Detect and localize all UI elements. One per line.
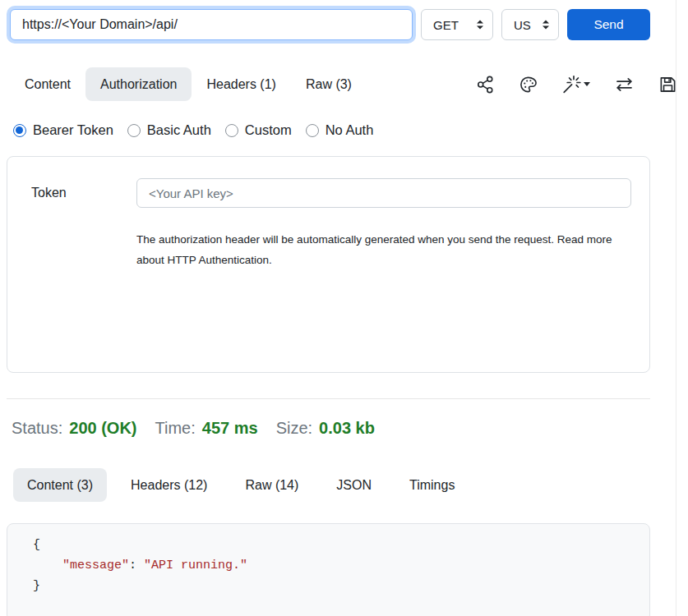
response-status-bar: Status: 200 (OK) Time: 457 ms Size: 0.03… (12, 419, 688, 438)
code-line: } (33, 576, 649, 596)
page-edge-line (676, 0, 676, 616)
theme-button[interactable] (519, 75, 538, 94)
json-value: "API running." (144, 559, 247, 572)
toolbar (476, 75, 677, 94)
response-tab-headers[interactable]: Headers (12) (117, 468, 221, 502)
tab-headers[interactable]: Headers (1) (192, 67, 290, 101)
token-input[interactable] (136, 178, 631, 208)
status-label: Status: (12, 419, 62, 438)
auth-option-label: Custom (245, 122, 292, 138)
auth-type-options: Bearer Token Basic Auth Custom No Auth (13, 122, 688, 138)
auth-option-custom[interactable]: Custom (225, 122, 292, 138)
radio-icon[interactable] (225, 124, 238, 137)
token-label: Token (31, 186, 136, 200)
magic-wand-icon (561, 75, 581, 94)
response-tab-raw[interactable]: Raw (14) (231, 468, 312, 502)
swap-arrows-icon (614, 75, 635, 94)
status-value: 200 (OK) (69, 419, 136, 438)
response-tab-content[interactable]: Content (3) (13, 468, 107, 502)
region-select[interactable]: US (501, 9, 559, 40)
share-nodes-icon (476, 75, 495, 94)
code-line: { (33, 535, 649, 555)
token-row: Token (31, 178, 631, 208)
size-value: 0.03 kb (319, 419, 375, 438)
response-tab-timings[interactable]: Timings (395, 468, 469, 502)
radio-icon[interactable] (306, 124, 319, 137)
auth-option-label: No Auth (326, 122, 374, 138)
radio-selected-icon[interactable] (13, 124, 26, 137)
response-body: { "message": "API running." } (7, 523, 650, 616)
radio-icon[interactable] (127, 124, 141, 137)
tab-authorization[interactable]: Authorization (85, 67, 192, 101)
auth-option-no-auth[interactable]: No Auth (306, 122, 374, 138)
swap-button[interactable] (614, 75, 635, 94)
send-button[interactable]: Send (567, 9, 650, 40)
time-label: Time: (155, 419, 196, 438)
magic-menu-button[interactable] (561, 75, 590, 94)
select-updown-icon (542, 20, 550, 30)
select-updown-icon (476, 20, 484, 30)
chevron-down-icon (584, 82, 590, 86)
save-floppy-icon (658, 75, 677, 94)
palette-icon (519, 75, 538, 94)
tab-raw[interactable]: Raw (3) (291, 67, 367, 101)
auth-help-text: The authorization header will be automat… (136, 229, 617, 270)
time-group: Time: 457 ms (155, 419, 258, 438)
tab-content[interactable]: Content (10, 67, 85, 101)
section-divider (7, 398, 650, 399)
share-button[interactable] (476, 75, 495, 94)
code-line: "message": "API running." (33, 555, 649, 576)
method-select[interactable]: GET (421, 9, 493, 40)
save-button[interactable] (658, 75, 677, 94)
auth-option-label: Basic Auth (147, 122, 211, 138)
auth-option-label: Bearer Token (33, 122, 113, 138)
json-key: "message" (62, 559, 129, 572)
request-bar: GET US Send (10, 8, 650, 41)
method-select-value: GET (433, 18, 459, 32)
auth-option-bearer-token[interactable]: Bearer Token (13, 122, 113, 138)
request-tabs: Content Authorization Headers (1) Raw (3… (10, 67, 677, 101)
region-select-value: US (514, 18, 531, 32)
response-tab-json[interactable]: JSON (322, 468, 386, 502)
status-group: Status: 200 (OK) (12, 419, 137, 438)
size-group: Size: 0.03 kb (276, 419, 375, 438)
url-input[interactable] (10, 9, 413, 40)
response-tabs: Content (3) Headers (12) Raw (14) JSON T… (13, 468, 688, 502)
time-value: 457 ms (202, 419, 258, 438)
size-label: Size: (276, 419, 312, 438)
auth-panel: Token The authorization header will be a… (7, 156, 650, 373)
auth-option-basic-auth[interactable]: Basic Auth (127, 122, 211, 138)
